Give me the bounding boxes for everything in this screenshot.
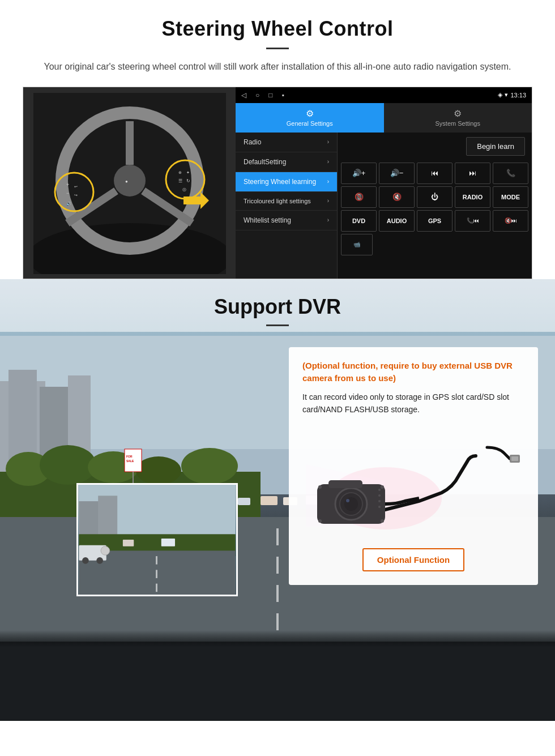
- btn-dvr[interactable]: 📹: [341, 234, 373, 255]
- menu-nav-icon[interactable]: ▪: [282, 91, 284, 99]
- camera-svg: [306, 430, 521, 532]
- system-settings-icon: ⚙: [454, 108, 462, 119]
- menu-whitelist-label: Whitelist setting: [244, 216, 291, 224]
- dvr-section: FOR SALE Support DVR: [0, 279, 555, 721]
- svg-rect-56: [98, 496, 117, 540]
- svg-rect-48: [261, 496, 278, 505]
- svg-rect-63: [161, 539, 175, 546]
- controls-row-4: 📹: [341, 234, 528, 255]
- menu-whitelist-chevron: ›: [327, 217, 329, 223]
- btn-mute-next[interactable]: 🔇⏭: [493, 210, 528, 232]
- menu-item-tricoloured[interactable]: Tricoloured light settings ›: [236, 192, 337, 211]
- android-body: Radio › DefaultSetting › Steering Wheel …: [236, 133, 532, 279]
- svg-text:+: +: [66, 182, 69, 187]
- dvr-description: It can record video only to storage in G…: [302, 391, 524, 416]
- menu-tricoloured-chevron: ›: [327, 198, 329, 204]
- begin-learn-button[interactable]: Begin learn: [466, 137, 525, 156]
- tab-general-label: General Settings: [287, 120, 333, 127]
- svg-text:⊕: ⊕: [178, 170, 182, 174]
- tab-general-settings[interactable]: ⚙ General Settings: [236, 103, 384, 133]
- android-menu: Radio › DefaultSetting › Steering Wheel …: [236, 133, 338, 279]
- tab-system-label: System Settings: [436, 120, 480, 127]
- signal-icon: ▾: [505, 91, 508, 99]
- svg-point-31: [136, 456, 181, 485]
- controls-row-2: 📵 🔇 ⏻ RADIO MODE: [341, 186, 528, 208]
- btn-vol-up[interactable]: 🔊+: [341, 163, 377, 184]
- svg-text:☰: ☰: [178, 178, 182, 183]
- menu-steering-label: Steering Wheel learning: [244, 178, 316, 186]
- svg-text:SALE: SALE: [126, 459, 134, 463]
- svg-rect-55: [79, 501, 101, 540]
- svg-rect-51: [0, 642, 555, 721]
- svg-rect-62: [123, 540, 134, 546]
- begin-learn-row: Begin learn: [338, 133, 532, 160]
- svg-rect-52: [0, 630, 555, 647]
- svg-text:●: ●: [125, 179, 128, 184]
- svg-rect-59: [156, 556, 157, 565]
- controls-row-3: DVD AUDIO GPS 📞⏮ 🔇⏭: [341, 210, 528, 232]
- btn-dvd[interactable]: DVD: [341, 210, 377, 232]
- menu-item-steering[interactable]: Steering Wheel learning ›: [236, 172, 337, 192]
- optional-function-button[interactable]: Optional Function: [362, 548, 464, 571]
- menu-default-chevron: ›: [327, 159, 329, 165]
- menu-tricoloured-label: Tricoloured light settings: [244, 198, 311, 204]
- svg-text:↩: ↩: [74, 185, 78, 189]
- svg-rect-60: [156, 570, 157, 578]
- steering-wheel-svg: + − ↩ ↪ 🔊 ⊕ ✦ ☰ ↻ ◎ ●: [33, 93, 226, 274]
- mockup-container: + − ↩ ↪ 🔊 ⊕ ✦ ☰ ↻ ◎ ●: [23, 87, 532, 279]
- svg-point-67: [101, 546, 110, 555]
- svg-rect-47: [238, 498, 250, 505]
- svg-rect-40: [276, 585, 279, 602]
- svg-rect-70: [511, 456, 518, 461]
- btn-vol-down[interactable]: 🔊−: [379, 163, 415, 184]
- dvr-camera-image: [302, 425, 524, 538]
- svg-text:◎: ◎: [182, 187, 186, 192]
- thumbnail-scene: [78, 485, 236, 595]
- svg-rect-39: [276, 557, 279, 574]
- btn-hangup[interactable]: 📵: [341, 186, 377, 208]
- btn-gps[interactable]: GPS: [417, 210, 452, 232]
- controls-grid: 🔊+ 🔊− ⏮ ⏭ 📞 📵 🔇 ⏻ RADIO MODE: [338, 160, 532, 258]
- svg-point-3: [114, 165, 146, 197]
- svg-text:↻: ↻: [186, 178, 190, 183]
- steering-wheel-section: Steering Wheel Control Your original car…: [0, 0, 555, 279]
- section1-title: Steering Wheel Control: [23, 17, 532, 41]
- btn-power[interactable]: ⏻: [417, 186, 452, 208]
- btn-audio[interactable]: AUDIO: [379, 210, 415, 232]
- svg-rect-61: [156, 583, 157, 592]
- menu-item-whitelist[interactable]: Whitelist setting ›: [236, 211, 337, 230]
- dvr-optional-text: (Optional function, require to buy exter…: [302, 360, 524, 385]
- time-display: 13:13: [510, 92, 526, 99]
- svg-text:FOR: FOR: [126, 455, 133, 458]
- dvr-title-area: Support DVR: [0, 279, 555, 332]
- home-nav-icon[interactable]: ○: [255, 91, 259, 99]
- svg-point-65: [82, 557, 89, 564]
- menu-item-radio[interactable]: Radio ›: [236, 133, 337, 152]
- back-nav-icon[interactable]: ◁: [241, 91, 246, 99]
- svg-rect-41: [276, 613, 279, 630]
- android-tabs: ⚙ General Settings ⚙ System Settings: [236, 103, 532, 133]
- controls-row-1: 🔊+ 🔊− ⏮ ⏭ 📞: [341, 163, 528, 184]
- btn-phone-prev[interactable]: 📞⏮: [455, 210, 490, 232]
- steering-photo: + − ↩ ↪ 🔊 ⊕ ✦ ☰ ↻ ◎ ●: [23, 87, 236, 279]
- menu-radio-chevron: ›: [327, 139, 329, 145]
- section2-divider: [266, 324, 289, 326]
- btn-mode[interactable]: MODE: [493, 186, 528, 208]
- menu-item-default[interactable]: DefaultSetting ›: [236, 152, 337, 172]
- tab-system-settings[interactable]: ⚙ System Settings: [384, 103, 532, 133]
- dvr-thumbnail-inner: [78, 485, 236, 595]
- android-content: Begin learn 🔊+ 🔊− ⏮ ⏭ 📞: [338, 133, 532, 279]
- btn-radio[interactable]: RADIO: [455, 186, 490, 208]
- android-ui: ◁ ○ □ ▪ ◈ ▾ 13:13 ⚙ General Settings: [236, 87, 532, 279]
- btn-phone-call[interactable]: 📞: [493, 163, 528, 184]
- btn-prev-track[interactable]: ⏮: [417, 163, 452, 184]
- btn-next-track[interactable]: ⏭: [455, 163, 490, 184]
- svg-rect-38: [276, 528, 279, 545]
- statusbar-icons: ◈ ▾ 13:13: [498, 91, 526, 99]
- menu-default-label: DefaultSetting: [244, 158, 286, 166]
- btn-mute[interactable]: 🔇: [379, 186, 415, 208]
- svg-text:🔊: 🔊: [66, 201, 71, 206]
- recent-nav-icon[interactable]: □: [268, 91, 272, 99]
- svg-text:↪: ↪: [74, 193, 78, 197]
- dvr-info-card: (Optional function, require to buy exter…: [289, 347, 538, 586]
